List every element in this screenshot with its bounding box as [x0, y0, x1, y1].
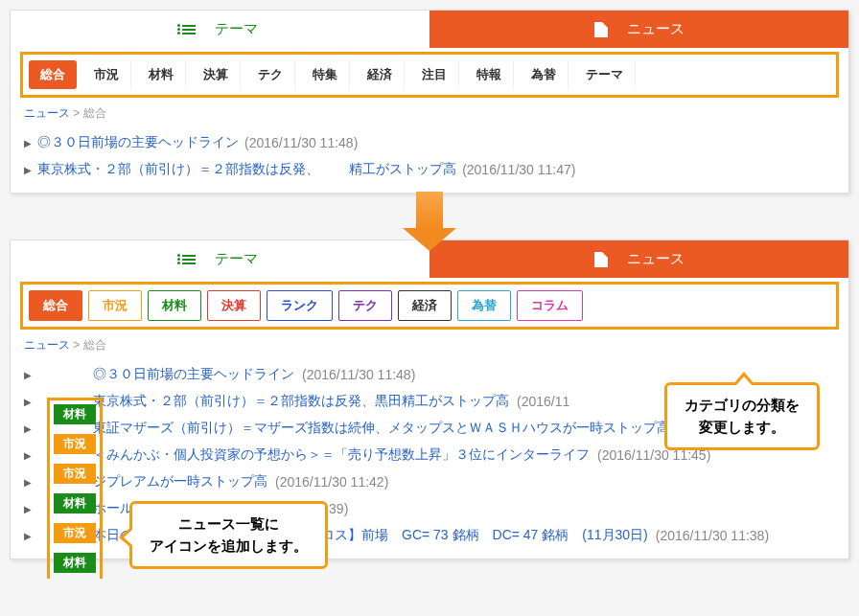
breadcrumb-current: 総合 — [83, 106, 106, 120]
tab-theme[interactable]: テーマ — [11, 240, 430, 278]
breadcrumb-root[interactable]: ニュース — [24, 338, 70, 352]
category-tab-市況[interactable]: 市況 — [82, 60, 131, 89]
tab-news[interactable]: ニュース — [430, 11, 848, 48]
news-list-old: ▶ ◎３０日前場の主要ヘッドライン (2016/11/30 11:48) ▶ 東… — [11, 125, 848, 193]
category-tab-特報[interactable]: 特報 — [465, 60, 514, 89]
tab-theme-label: テーマ — [215, 20, 258, 38]
tab-theme[interactable]: テーマ — [11, 11, 430, 48]
category-tab-決算[interactable]: 決算 — [192, 60, 241, 89]
category-badge: 市況 — [54, 523, 96, 543]
news-link[interactable]: 東証マザーズ（前引け）＝マザーズ指数は続伸、メタップスとＷＡＳＨハウスが一時スト… — [93, 420, 670, 437]
category-badge: 材料 — [54, 404, 96, 424]
category-tab-テク[interactable]: テク — [338, 290, 392, 321]
category-badge: 材料 — [54, 493, 96, 513]
callout-category: カテゴリの分類を変更します。 — [664, 382, 820, 450]
category-highlight-before: 総合市況材料決算テク特集経済注目特報為替テーマ — [20, 52, 839, 98]
category-tab-コラム[interactable]: コラム — [517, 290, 583, 321]
news-timestamp: (2016/11/30 11:47) — [462, 162, 575, 177]
chevron-right-icon: ▶ — [24, 165, 32, 175]
news-timestamp: (2016/11/30 11:48) — [244, 135, 358, 150]
chevron-right-icon: ▶ — [24, 138, 32, 148]
news-timestamp: (2016/11 — [517, 394, 569, 409]
category-tab-注目[interactable]: 注目 — [410, 60, 459, 89]
breadcrumb-sep: > — [73, 106, 80, 120]
category-tab-材料[interactable]: 材料 — [137, 60, 186, 89]
breadcrumb: ニュース > 総合 — [11, 102, 848, 125]
document-icon — [594, 252, 608, 267]
news-timestamp: (2016/11/30 11:42) — [275, 474, 388, 490]
news-item[interactable]: ▶ 東京株式・２部（前引け）＝２部指数は反発、 精工がストップ高 (2016/1… — [20, 156, 839, 183]
category-badge: 市況 — [54, 434, 96, 454]
news-link[interactable]: ◎３０日前場の主要ヘッドライン — [93, 366, 294, 383]
main-tabs: テーマ ニュース — [11, 11, 848, 48]
news-link[interactable]: ジプレアムが一時ストップ高 — [93, 473, 267, 491]
news-link[interactable]: 東京株式・２部（前引け）＝２部指数は反発、黒田精工がストップ高 — [93, 393, 509, 410]
tab-news[interactable]: ニュース — [430, 240, 848, 278]
category-tab-テク[interactable]: テク — [246, 60, 295, 89]
document-icon — [594, 22, 608, 37]
category-tab-材料[interactable]: 材料 — [148, 290, 201, 321]
category-tab-特集[interactable]: 特集 — [301, 60, 350, 89]
news-item[interactable]: ▶ ◎３０日前場の主要ヘッドライン (2016/11/30 11:48) — [20, 129, 839, 156]
panel-after: テーマ ニュース 総合市況材料決算ランクテク経済為替コラム ニュース > 総合 … — [10, 240, 849, 559]
category-tab-為替[interactable]: 為替 — [457, 290, 511, 321]
news-item[interactable]: ▶ジプレアムが一時ストップ高 (2016/11/30 11:42) — [20, 468, 839, 495]
list-icon — [182, 25, 196, 34]
chevron-right-icon: ▶ — [24, 423, 32, 434]
breadcrumb-sep: > — [73, 338, 80, 352]
badge-highlight: 材料市況市況材料市況材料テク — [47, 398, 103, 579]
category-tabs-old: 総合市況材料決算テク特集経済注目特報為替テーマ — [29, 60, 830, 89]
list-icon — [182, 255, 196, 264]
tab-theme-label: テーマ — [215, 250, 258, 268]
category-badge: 市況 — [54, 464, 96, 484]
category-tab-決算[interactable]: 決算 — [207, 290, 261, 321]
callout-icons: ニュース一覧にアイコンを追加します。 — [129, 501, 328, 569]
chevron-right-icon: ▶ — [24, 504, 32, 514]
category-tab-経済[interactable]: 経済 — [356, 60, 405, 89]
news-link[interactable]: 東京株式・２部（前引け）＝２部指数は反発、 精工がストップ高 — [37, 161, 456, 178]
news-timestamp: (2016/11/30 11:38) — [656, 528, 769, 543]
breadcrumb-current: 総合 — [83, 338, 106, 352]
category-tabs-new: 総合市況材料決算ランクテク経済為替コラム — [29, 290, 830, 321]
category-badge: 材料 — [54, 553, 96, 573]
news-link[interactable]: ◎３０日前場の主要ヘッドライン — [37, 134, 239, 151]
category-tab-市況[interactable]: 市況 — [88, 290, 142, 321]
chevron-right-icon: ▶ — [24, 477, 32, 488]
chevron-right-icon: ▶ — [24, 397, 32, 407]
chevron-right-icon: ▶ — [24, 531, 32, 541]
category-tab-テーマ[interactable]: テーマ — [574, 60, 636, 89]
tab-news-label: ニュース — [627, 250, 685, 268]
category-tab-ランク[interactable]: ランク — [267, 290, 333, 321]
arrow-down-icon — [403, 192, 456, 249]
panel-before: テーマ ニュース 総合市況材料決算テク特集経済注目特報為替テーマ ニュース > … — [10, 10, 849, 194]
breadcrumb-root[interactable]: ニュース — [24, 106, 70, 120]
chevron-right-icon: ▶ — [24, 370, 32, 380]
tab-news-label: ニュース — [627, 20, 685, 38]
category-tab-為替[interactable]: 為替 — [520, 60, 569, 89]
news-timestamp: (2016/11/30 11:48) — [302, 367, 415, 382]
category-tab-総合[interactable]: 総合 — [29, 290, 82, 321]
category-tab-総合[interactable]: 総合 — [29, 60, 77, 89]
chevron-right-icon: ▶ — [24, 450, 32, 461]
category-tab-経済[interactable]: 経済 — [398, 290, 452, 321]
category-highlight-after: 総合市況材料決算ランクテク経済為替コラム — [20, 282, 839, 330]
news-link[interactable]: ＜みんかぶ・個人投資家の予想から＞＝「売り予想数上昇」３位にインターライフ — [93, 446, 590, 464]
breadcrumb: ニュース > 総合 — [11, 333, 848, 357]
